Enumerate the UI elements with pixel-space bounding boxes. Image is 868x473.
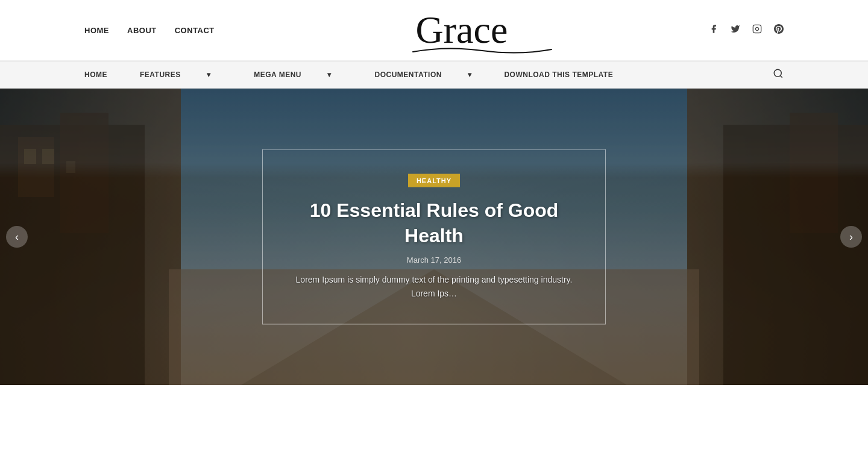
facebook-icon[interactable] bbox=[709, 24, 719, 36]
svg-rect-11 bbox=[790, 113, 838, 233]
top-header: HOME ABOUT CONTACT Grace bbox=[0, 0, 868, 61]
nav-home-link[interactable]: HOME bbox=[84, 26, 109, 35]
svg-rect-0 bbox=[753, 25, 761, 33]
nav-search-icon[interactable] bbox=[773, 68, 784, 81]
svg-rect-14 bbox=[24, 149, 36, 164]
svg-rect-16 bbox=[66, 161, 75, 173]
hero-slider: ‹ HEALTHY 10 Essential Rules of Good Hea… bbox=[0, 89, 868, 385]
hero-content: HEALTHY 10 Essential Rules of Good Healt… bbox=[262, 149, 606, 325]
features-chevron-icon: ▾ bbox=[196, 61, 222, 89]
social-links bbox=[709, 24, 784, 36]
logo-swoosh-icon bbox=[410, 45, 555, 57]
hero-border-box: HEALTHY 10 Essential Rules of Good Healt… bbox=[262, 149, 606, 325]
pinterest-icon[interactable] bbox=[774, 24, 784, 36]
main-navigation: HOME FEATURES ▾ MEGA MENU ▾ DOCUMENTATIO… bbox=[0, 61, 868, 89]
main-nav-mega-menu[interactable]: MEGA MENU ▾ bbox=[232, 61, 353, 89]
hero-category-badge[interactable]: HEALTHY bbox=[408, 174, 460, 187]
hero-excerpt: Lorem Ipsum is simply dummy text of the … bbox=[293, 273, 575, 300]
svg-rect-7 bbox=[18, 137, 54, 197]
main-nav-documentation[interactable]: DOCUMENTATION ▾ bbox=[353, 61, 494, 89]
top-navigation: HOME ABOUT CONTACT bbox=[84, 26, 215, 35]
nav-contact-link[interactable]: CONTACT bbox=[175, 26, 215, 35]
svg-rect-8 bbox=[60, 113, 108, 233]
slider-prev-button[interactable]: ‹ bbox=[6, 226, 28, 248]
svg-line-3 bbox=[780, 75, 782, 77]
site-logo[interactable]: Grace bbox=[416, 11, 508, 49]
site-logo-wrapper: Grace bbox=[416, 11, 508, 49]
hero-date: March 17, 2016 bbox=[293, 255, 575, 265]
documentation-chevron-icon: ▾ bbox=[457, 61, 483, 89]
main-nav-download[interactable]: DOWNLOAD THIS TEMPLATE bbox=[493, 61, 624, 89]
mega-menu-chevron-icon: ▾ bbox=[316, 61, 342, 89]
main-nav-features[interactable]: FEATURES ▾ bbox=[118, 61, 232, 89]
slider-next-button[interactable]: › bbox=[840, 226, 862, 248]
svg-rect-10 bbox=[723, 125, 868, 385]
main-nav-links: HOME FEATURES ▾ MEGA MENU ▾ DOCUMENTATIO… bbox=[84, 61, 624, 89]
svg-rect-15 bbox=[42, 149, 54, 164]
hero-title: 10 Essential Rules of Good Health bbox=[293, 198, 575, 248]
nav-about-link[interactable]: ABOUT bbox=[127, 26, 157, 35]
twitter-icon[interactable] bbox=[731, 24, 740, 36]
svg-point-2 bbox=[774, 69, 781, 77]
svg-rect-6 bbox=[0, 125, 145, 385]
instagram-icon[interactable] bbox=[752, 24, 762, 36]
main-nav-home[interactable]: HOME bbox=[84, 61, 118, 89]
